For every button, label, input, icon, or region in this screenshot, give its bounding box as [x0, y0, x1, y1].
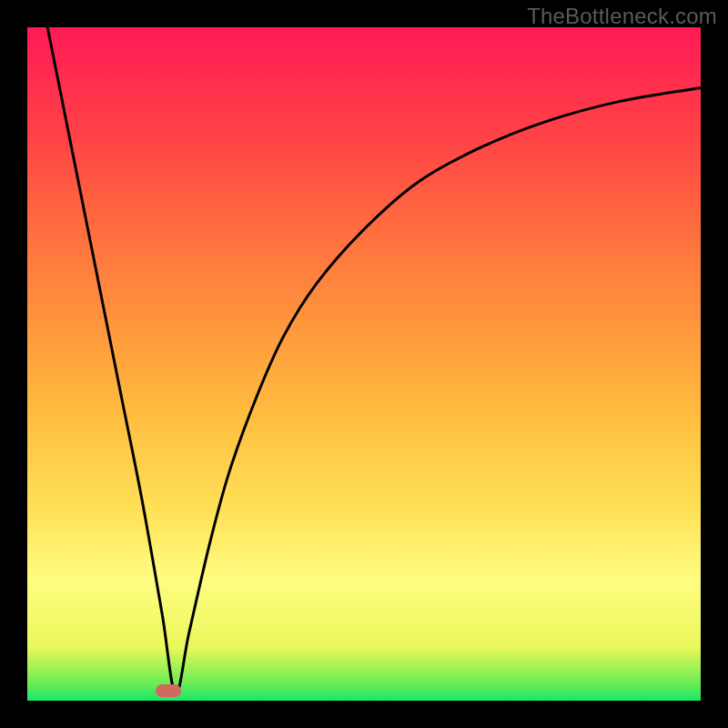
plot-area [27, 27, 701, 701]
curve-path [47, 27, 701, 694]
bottleneck-curve [27, 27, 701, 701]
chart-frame: TheBottleneck.com [0, 0, 728, 728]
optimal-marker [156, 684, 181, 697]
watermark-text: TheBottleneck.com [527, 4, 717, 29]
